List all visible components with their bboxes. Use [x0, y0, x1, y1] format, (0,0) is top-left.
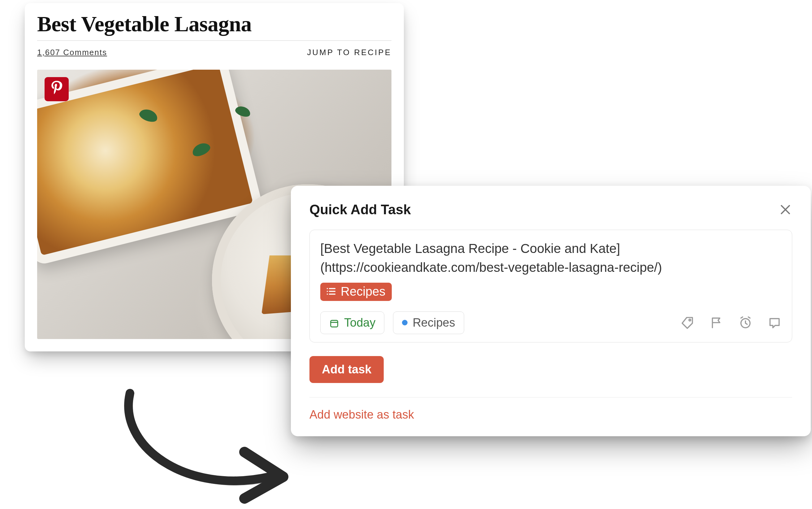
comment-icon [768, 325, 781, 330]
add-task-button[interactable]: Add task [309, 356, 384, 383]
close-button[interactable] [779, 203, 792, 216]
comments-link[interactable]: 1,607 Comments [37, 48, 107, 57]
reminder-button[interactable] [739, 316, 752, 330]
label-button[interactable] [680, 316, 694, 330]
modal-title: Quick Add Task [309, 202, 411, 217]
pinterest-save-button[interactable] [44, 77, 69, 101]
due-date-chip[interactable]: Today [320, 311, 384, 334]
recipe-title: Best Vegetable Lasagna [37, 12, 392, 37]
svg-point-1 [327, 291, 328, 292]
flag-icon [709, 325, 723, 330]
task-text-input[interactable]: [Best Vegetable Lasagna Recipe - Cookie … [320, 239, 781, 277]
task-input-box[interactable]: [Best Vegetable Lasagna Recipe - Cookie … [309, 230, 792, 342]
chip-row: Today Recipes [320, 311, 781, 334]
title-divider [37, 40, 392, 41]
comment-button[interactable] [768, 316, 781, 330]
arrow-illustration [108, 381, 300, 509]
modal-divider [309, 397, 792, 398]
project-chip-inline[interactable]: Recipes [320, 283, 392, 301]
modal-header: Quick Add Task [309, 202, 792, 217]
add-website-as-task-link[interactable]: Add website as task [309, 408, 792, 421]
project-chip-label: Recipes [341, 284, 385, 299]
due-date-label: Today [344, 316, 375, 330]
svg-rect-6 [331, 320, 338, 327]
svg-point-2 [327, 294, 328, 295]
svg-point-8 [689, 319, 691, 321]
quick-add-task-modal: Quick Add Task [Best Vegetable Lasagna R… [291, 186, 811, 436]
project-color-dot [402, 320, 408, 326]
pinterest-icon [50, 81, 63, 98]
calendar-icon [329, 318, 339, 328]
alarm-icon [739, 325, 752, 330]
project-select-chip[interactable]: Recipes [393, 311, 464, 334]
svg-point-0 [327, 288, 328, 289]
project-select-label: Recipes [412, 316, 455, 330]
tag-icon [680, 325, 694, 330]
jump-to-recipe-link[interactable]: JUMP TO RECIPE [307, 48, 392, 57]
close-icon [779, 212, 792, 217]
priority-button[interactable] [709, 316, 723, 330]
recipe-meta-row: 1,607 Comments JUMP TO RECIPE [37, 48, 392, 57]
action-icon-group [680, 316, 781, 330]
list-icon [325, 286, 336, 297]
